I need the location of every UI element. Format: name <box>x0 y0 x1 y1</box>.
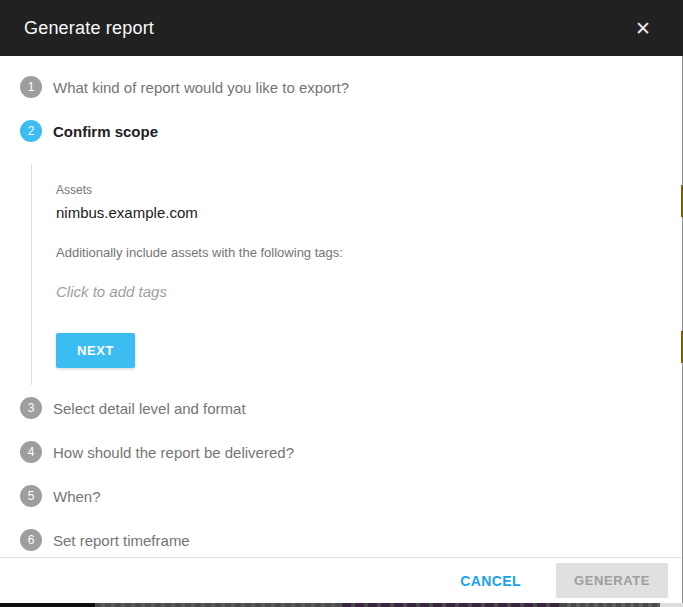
step-5-number-badge: 5 <box>20 485 42 507</box>
step-4-label: How should the report be delivered? <box>53 444 294 461</box>
background-sliver-segment <box>342 603 562 607</box>
step-4-number-badge: 4 <box>20 441 42 463</box>
stepper: 1 What kind of report would you like to … <box>0 56 683 551</box>
step-2-number-badge: 2 <box>20 120 42 142</box>
generate-button[interactable]: GENERATE <box>556 563 668 598</box>
tags-instruction: Additionally include assets with the fol… <box>56 245 683 260</box>
background-sliver-segment <box>562 603 660 607</box>
confirm-scope-panel: Assets nimbus.example.com Additionally i… <box>31 164 683 385</box>
close-icon[interactable]: ✕ <box>629 15 657 42</box>
assets-label: Assets <box>56 183 683 197</box>
step-5-when[interactable]: 5 When? <box>0 485 683 507</box>
step-2-label: Confirm scope <box>53 123 158 140</box>
step-6-timeframe[interactable]: 6 Set report timeframe <box>0 529 683 551</box>
dialog-footer: CANCEL GENERATE <box>0 557 683 603</box>
step-6-label: Set report timeframe <box>53 532 190 549</box>
next-button[interactable]: NEXT <box>56 333 135 368</box>
step-5-label: When? <box>53 488 101 505</box>
tags-input[interactable]: Click to add tags <box>56 283 683 303</box>
step-4-delivery[interactable]: 4 How should the report be delivered? <box>0 441 683 463</box>
step-1-label: What kind of report would you like to ex… <box>53 79 349 96</box>
generate-report-dialog: Generate report ✕ 1 What kind of report … <box>0 0 683 607</box>
step-1-report-kind[interactable]: 1 What kind of report would you like to … <box>0 76 683 98</box>
step-1-number-badge: 1 <box>20 76 42 98</box>
cancel-button[interactable]: CANCEL <box>460 573 521 589</box>
dialog-header: Generate report ✕ <box>0 0 683 56</box>
step-3-number-badge: 3 <box>20 397 42 419</box>
background-sliver-segment <box>0 603 95 607</box>
step-2-confirm-scope[interactable]: 2 Confirm scope <box>0 120 683 142</box>
background-sliver-segment <box>95 603 342 607</box>
assets-value: nimbus.example.com <box>56 204 683 221</box>
dialog-title: Generate report <box>24 18 629 39</box>
step-6-number-badge: 6 <box>20 529 42 551</box>
step-3-label: Select detail level and format <box>53 400 246 417</box>
background-sliver-segment <box>660 603 683 607</box>
background-page-sliver <box>0 603 683 607</box>
step-3-detail-format[interactable]: 3 Select detail level and format <box>0 397 683 419</box>
